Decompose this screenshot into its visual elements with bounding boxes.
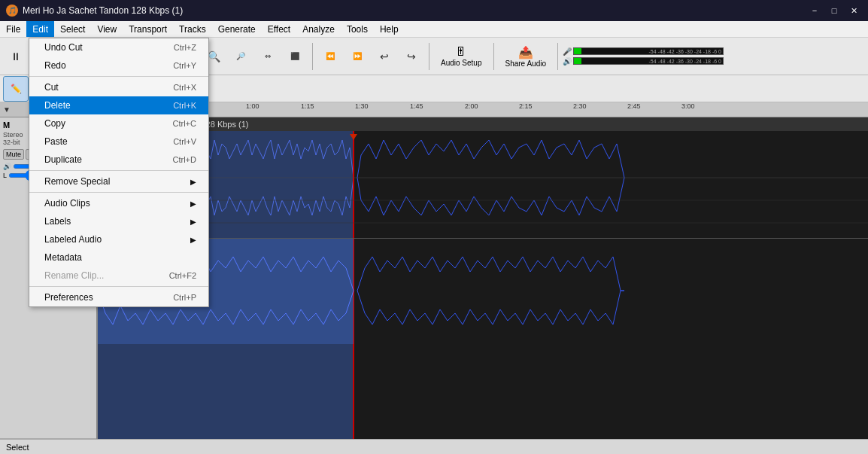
duplicate-shortcut: Ctrl+D <box>173 155 196 164</box>
menu-paste[interactable]: Paste Ctrl+V <box>29 133 208 151</box>
menu-labeled-audio[interactable]: Labeled Audio ▶ <box>29 230 208 248</box>
preferences-shortcut: Ctrl+P <box>173 293 196 302</box>
window-controls: − □ ✕ <box>806 4 862 17</box>
title-bar-left: 🎵 Meri Ho Ja Sachet Tandon 128 Kbps (1) <box>6 5 183 17</box>
ruler-mark-215: 2:15 <box>519 102 533 110</box>
menu-delete[interactable]: Delete Ctrl+K <box>29 96 208 114</box>
remove-special-label: Remove Special <box>44 176 110 187</box>
maximize-button[interactable]: □ <box>826 4 842 17</box>
menu-preferences[interactable]: Preferences Ctrl+P <box>29 288 208 306</box>
ruler-mark-145: 1:45 <box>410 102 423 110</box>
waveform-tracks[interactable]: Meri Ho Ja Sachet Tandon 128 Kbps (1) <box>98 117 868 439</box>
vu-record-level <box>574 48 581 54</box>
menu-undo-cut[interactable]: Undo Cut Ctrl+Z <box>29 38 208 56</box>
paste-label: Paste <box>44 136 68 147</box>
draw-tool[interactable]: ✏️ <box>3 76 29 102</box>
redo-shortcut: Ctrl+Y <box>173 61 196 70</box>
zoom-sel[interactable]: ⬛ <box>282 44 308 69</box>
zoom-out[interactable]: 🔎 <box>228 44 253 69</box>
undo-button[interactable]: ↩ <box>372 44 397 69</box>
remove-special-arrow: ▶ <box>190 178 196 186</box>
vu-meter-record: 🎤 -54 -48 -42 -36 -30 -24 -18 -6 0 <box>563 47 724 56</box>
cut-label: Cut <box>44 82 59 93</box>
menu-generate[interactable]: Generate <box>212 21 262 37</box>
ruler-mark-130: 1:30 <box>355 102 369 110</box>
menu-metadata[interactable]: Metadata <box>29 248 208 267</box>
menu-edit[interactable]: Edit <box>26 21 54 37</box>
duplicate-label: Duplicate <box>44 154 82 165</box>
mute-button[interactable]: Mute <box>3 149 24 160</box>
svg-rect-0 <box>98 238 868 239</box>
separator-2 <box>312 43 313 70</box>
title-bar: 🎵 Meri Ho Ja Sachet Tandon 128 Kbps (1) … <box>0 0 868 21</box>
share-audio-icon: 📤 <box>518 45 533 59</box>
vu-record-bar: -54 -48 -42 -36 -30 -24 -18 -6 0 <box>573 47 724 55</box>
waveform-bottom-after <box>357 257 624 325</box>
ruler-mark-115: 1:15 <box>301 102 314 110</box>
vu-meters: 🎤 -54 -48 -42 -36 -30 -24 -18 -6 0 🔊 -54… <box>563 47 724 66</box>
close-button[interactable]: ✕ <box>845 4 862 17</box>
menu-tracks[interactable]: Tracks <box>173 21 212 37</box>
copy-label: Copy <box>44 118 65 129</box>
bottom-bar: Select <box>0 439 868 454</box>
menu-cut[interactable]: Cut Ctrl+X <box>29 78 208 96</box>
ruler-mark-300: 3:00 <box>681 102 695 110</box>
undo-cut-shortcut: Ctrl+Z <box>174 43 196 52</box>
edit-menu-dropdown: Undo Cut Ctrl+Z Redo Ctrl+Y Cut Ctrl+X D… <box>29 38 209 307</box>
redo-button[interactable]: ↪ <box>399 44 424 69</box>
waveform-svg: Meri Ho Ja Sachet Tandon 128 Kbps (1) <box>98 117 868 439</box>
audio-setup-label: Audio Setup <box>441 59 482 67</box>
sep-4 <box>29 286 208 287</box>
minimize-button[interactable]: − <box>806 4 823 17</box>
fit-view[interactable]: ⇔ <box>255 44 281 69</box>
sep-2 <box>29 170 208 171</box>
menu-audio-clips[interactable]: Audio Clips ▶ <box>29 194 208 212</box>
window-title: Meri Ho Ja Sachet Tandon 128 Kbps (1) <box>23 5 183 16</box>
track-name: M <box>3 120 10 129</box>
rewind-button[interactable]: ⏪ <box>317 44 343 69</box>
sep-3 <box>29 192 208 193</box>
menu-duplicate[interactable]: Duplicate Ctrl+D <box>29 151 208 169</box>
menu-tools[interactable]: Tools <box>341 21 374 37</box>
paste-shortcut: Ctrl+V <box>173 137 196 146</box>
menu-bar: File Edit Select View Transport Tracks G… <box>0 21 868 38</box>
audio-setup-icon: 🎚 <box>455 45 467 59</box>
ruler-mark-245: 2:45 <box>627 102 641 110</box>
undo-cut-label: Undo Cut <box>44 42 83 53</box>
waveform-area: 0:25 0:30 0:45 1:00 1:15 1:30 1:45 2:00 … <box>98 102 868 439</box>
cut-shortcut: Ctrl+X <box>173 83 196 92</box>
forward-button[interactable]: ⏩ <box>344 44 370 69</box>
menu-remove-special[interactable]: Remove Special ▶ <box>29 172 208 190</box>
pause-button[interactable]: ⏸ <box>3 44 29 69</box>
ruler-mark-200: 2:00 <box>465 102 478 110</box>
menu-effect[interactable]: Effect <box>262 21 296 37</box>
menu-labels[interactable]: Labels ▶ <box>29 212 208 230</box>
share-audio-button[interactable]: 📤 Share Audio <box>499 43 554 70</box>
app-icon: 🎵 <box>6 5 18 17</box>
audio-setup-button[interactable]: 🎚 Audio Setup <box>434 43 489 69</box>
labeled-audio-arrow: ▶ <box>190 236 196 244</box>
menu-select[interactable]: Select <box>54 21 91 37</box>
menu-help[interactable]: Help <box>374 21 405 37</box>
separator-4 <box>493 43 494 70</box>
labels-arrow: ▶ <box>190 218 196 226</box>
sep-1 <box>29 76 208 77</box>
audio-clips-label: Audio Clips <box>44 198 90 209</box>
delete-shortcut: Ctrl+K <box>173 101 196 110</box>
menu-transport[interactable]: Transport <box>123 21 173 37</box>
pan-label: L <box>3 172 7 179</box>
labeled-audio-label: Labeled Audio <box>44 234 102 245</box>
rename-clip-shortcut: Ctrl+F2 <box>169 271 196 280</box>
audio-clips-arrow: ▶ <box>190 200 196 208</box>
menu-view[interactable]: View <box>91 21 123 37</box>
vu-playback-level <box>574 58 581 64</box>
menu-analyze[interactable]: Analyze <box>296 21 341 37</box>
redo-label: Redo <box>44 60 66 71</box>
menu-copy[interactable]: Copy Ctrl+C <box>29 114 208 133</box>
timeline-ruler: 0:25 0:30 0:45 1:00 1:15 1:30 1:45 2:00 … <box>98 102 868 117</box>
menu-redo[interactable]: Redo Ctrl+Y <box>29 56 208 75</box>
menu-file[interactable]: File <box>0 21 26 37</box>
collapse-icon: ▼ <box>3 105 11 114</box>
share-audio-label: Share Audio <box>505 59 547 68</box>
rename-clip-label: Rename Clip... <box>44 270 104 281</box>
